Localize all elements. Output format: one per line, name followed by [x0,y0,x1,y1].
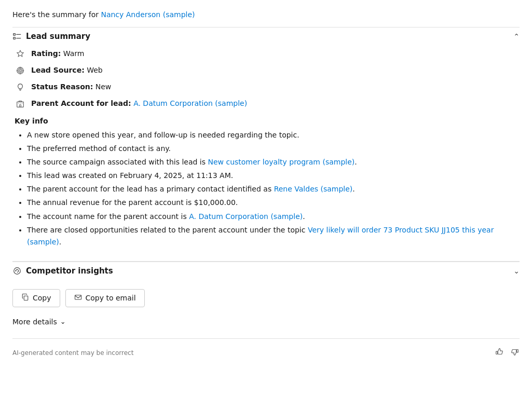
list-item: The preferred method of contact is any. [27,143,520,155]
copy-icon [21,293,29,303]
competitor-icon [12,266,22,276]
key-info-title: Key info [15,117,520,125]
competitor-collapse-icon[interactable]: ⌄ [513,267,520,275]
ai-disclaimer: AI-generated content may be incorrect [12,349,133,357]
thumbs-down-icon[interactable] [510,347,520,359]
list-item: There are closed opportunities related t… [27,224,520,248]
rating-value: Warm [63,49,85,58]
action-bar: Copy Copy to email [12,280,520,316]
copy-label: Copy [33,294,51,302]
svg-rect-20 [24,296,28,300]
list-item: The annual revenue for the parent accoun… [27,197,520,209]
lead-summary-title: Lead summary [26,32,90,41]
list-item: This lead was created on February 4, 202… [27,170,520,182]
building-icon [15,98,26,108]
intro-text: Here's the summary for Nancy Anderson (s… [12,10,520,19]
svg-point-5 [18,69,22,73]
copy-button[interactable]: Copy [12,289,60,307]
more-details-label: More details [12,318,57,326]
star-icon [15,48,26,59]
status-reason-value: New [96,83,112,91]
lead-source-label: Lead Source: [31,66,85,74]
svg-rect-1 [13,37,16,39]
field-rating: Rating: Warm [12,45,520,62]
lead-summary-header[interactable]: Lead summary ⌃ [12,27,520,45]
footer: AI-generated content may be incorrect [12,338,520,359]
svg-rect-14 [20,105,21,107]
copy-email-label: Copy to email [86,294,136,302]
email-icon [74,293,82,303]
opportunity-link[interactable]: Very likely will order 73 Product SKU JJ… [27,226,494,246]
svg-point-19 [15,270,16,271]
field-parent-account: Parent Account for lead: A. Datum Corpor… [12,95,520,112]
contact-link[interactable]: Rene Valdes (sample) [274,185,353,193]
feedback-icons [495,347,520,359]
competitor-insights-section: Competitor insights ⌄ [12,261,520,280]
competitor-insights-header[interactable]: Competitor insights ⌄ [12,262,520,280]
campaign-link[interactable]: New customer loyalty program (sample) [208,158,354,166]
person-link[interactable]: Nancy Anderson (sample) [101,10,195,19]
competitor-insights-title: Competitor insights [26,266,113,276]
svg-point-6 [19,70,21,72]
svg-rect-21 [75,295,81,299]
lightbulb-icon [15,81,26,92]
account-name-link[interactable]: A. Datum Corporation (sample) [189,212,303,221]
copy-email-button[interactable]: Copy to email [65,289,145,307]
lead-summary-icon [12,32,22,41]
rating-label: Rating: [31,49,61,58]
thumbs-up-icon[interactable] [495,347,504,359]
svg-rect-0 [13,34,16,36]
field-lead-source: Lead Source: Web [12,62,520,78]
lead-summary-collapse-icon[interactable]: ⌃ [513,32,520,40]
list-item: The account name for the parent account … [27,211,520,223]
parent-account-link[interactable]: A. Datum Corporation (sample) [133,99,247,107]
more-details-chevron-icon: ⌄ [60,318,66,325]
field-status-reason: Status Reason: New [12,78,520,95]
svg-rect-23 [517,349,519,352]
lead-source-value: Web [87,66,103,74]
list-item: The source campaign associated with this… [27,156,520,168]
status-reason-label: Status Reason: [31,83,93,91]
key-info-section: Key info A new store opened this year, a… [12,112,520,255]
svg-rect-22 [496,351,498,354]
list-item: The parent account for the lead has a pr… [27,183,520,195]
parent-account-label: Parent Account for lead: [31,99,131,107]
svg-point-18 [14,268,21,275]
more-details-toggle[interactable]: More details ⌄ [12,316,66,334]
target-icon [15,65,26,75]
list-item: A new store opened this year, and follow… [27,129,520,141]
key-info-list: A new store opened this year, and follow… [15,129,520,248]
